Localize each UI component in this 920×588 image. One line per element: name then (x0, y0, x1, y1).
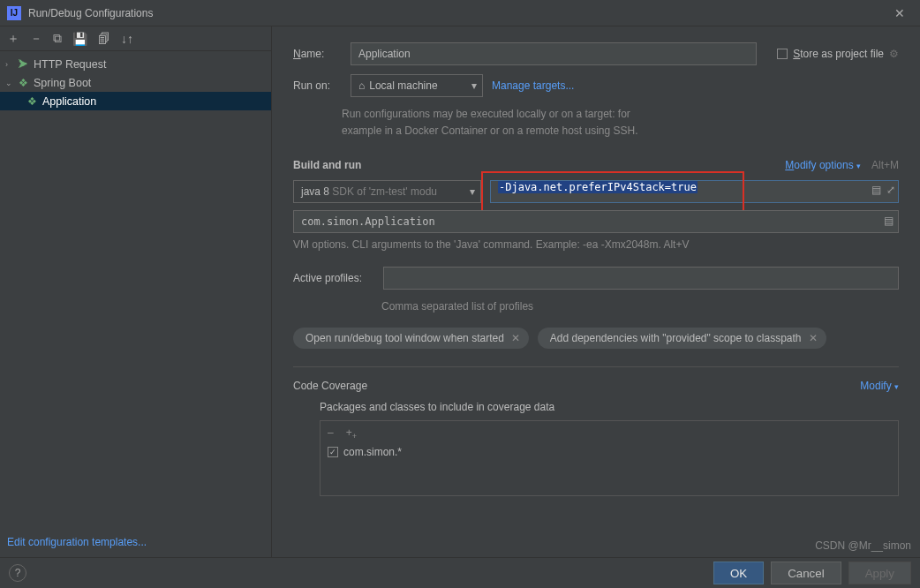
chip-remove-icon[interactable]: ✕ (809, 332, 818, 344)
spring-boot-icon: ❖ (25, 95, 39, 108)
runon-hint: example in a Docker Container or on a re… (342, 123, 899, 139)
modify-options-link[interactable]: Modify options ▾ (785, 159, 861, 171)
vm-options-hint: VM options. CLI arguments to the 'Java' … (293, 237, 899, 253)
coverage-remove-button[interactable]: – (328, 426, 334, 441)
remove-button[interactable]: － (30, 31, 42, 47)
chevron-down-icon: ⌄ (5, 79, 16, 87)
vm-options-text: -Djava.net.preferIPv4Stack=true (498, 181, 698, 193)
help-button[interactable]: ? (9, 564, 26, 582)
profiles-hint: Comma separated list of profiles (381, 298, 899, 315)
store-label: Store as project file (793, 48, 884, 60)
config-tree: › ⮞ HTTP Request ⌄ ❖ Spring Boot ❖ Appli… (0, 51, 271, 527)
profiles-input[interactable] (383, 267, 899, 290)
expand-icon[interactable]: ⤢ (886, 184, 895, 196)
option-chip-open-tool-window[interactable]: Open run/debug tool window when started … (293, 328, 529, 349)
chip-label: Open run/debug tool window when started (305, 332, 504, 344)
store-checkbox[interactable] (777, 49, 788, 59)
jdk-select[interactable]: java 8 SDK of 'zm-test' modu (293, 180, 481, 203)
tree-label: Application (42, 95, 96, 108)
sidebar: ＋ － ⧉ 💾 🗐 ↓↑ › ⮞ HTTP Request ⌄ ❖ Spring… (0, 26, 272, 557)
coverage-checkbox[interactable]: ✓ (328, 447, 338, 457)
http-request-icon: ⮞ (16, 58, 30, 71)
name-input[interactable] (351, 42, 757, 65)
tree-node-application[interactable]: ❖ Application (0, 92, 271, 110)
runon-hint: Run configurations may be executed local… (342, 106, 899, 123)
chip-remove-icon[interactable]: ✕ (511, 332, 520, 344)
home-icon: ⌂ (358, 79, 365, 92)
form-panel: Name: Store as project file ⚙ Run on: ⌂ … (272, 26, 920, 557)
tree-node-http[interactable]: › ⮞ HTTP Request (0, 55, 271, 73)
name-label: Name: (293, 48, 342, 60)
ok-button[interactable]: OK (713, 562, 764, 584)
runon-select[interactable]: ⌂ Local machine (351, 74, 483, 97)
spring-boot-icon: ❖ (16, 77, 30, 89)
vm-options-input[interactable]: -Djava.net.preferIPv4Stack=true (490, 180, 899, 203)
copy-button[interactable]: ⧉ (53, 31, 62, 46)
save-button[interactable]: 💾 (72, 32, 87, 46)
jdk-label: java 8 SDK of 'zm-test' modu (301, 185, 437, 198)
close-icon[interactable]: ✕ (886, 6, 913, 20)
window-title: Run/Debug Configurations (28, 7, 886, 19)
coverage-packages-label: Packages and classes to include in cover… (320, 401, 899, 413)
config-toolbar: ＋ － ⧉ 💾 🗐 ↓↑ (0, 26, 271, 51)
chip-label: Add dependencies with "provided" scope t… (550, 332, 802, 344)
sort-button[interactable]: ↓↑ (121, 32, 133, 46)
runon-label: Run on: (293, 79, 342, 92)
coverage-add-button[interactable]: ++ (346, 426, 357, 441)
edit-templates-link[interactable]: Edit configuration templates... (0, 527, 271, 557)
watermark: CSDN @Mr__simon (815, 539, 911, 552)
profiles-label: Active profiles: (293, 272, 374, 284)
coverage-entry-label: com.simon.* (343, 446, 402, 458)
tree-label: HTTP Request (34, 58, 106, 71)
cancel-button[interactable]: Cancel (771, 562, 841, 584)
coverage-list: – ++ ✓ com.simon.* (320, 420, 899, 496)
runon-value: Local machine (369, 79, 437, 92)
main-class-input[interactable] (293, 210, 899, 233)
add-button[interactable]: ＋ (7, 31, 19, 47)
app-icon: IJ (7, 6, 21, 20)
list-icon[interactable]: ▤ (884, 215, 894, 227)
tree-label: Spring Boot (34, 77, 91, 89)
tree-node-spring[interactable]: ⌄ ❖ Spring Boot (0, 73, 271, 92)
option-chip-provided-scope[interactable]: Add dependencies with "provided" scope t… (538, 328, 826, 349)
folder-button[interactable]: 🗐 (98, 32, 110, 46)
history-icon[interactable]: ▤ (871, 184, 881, 196)
title-bar: IJ Run/Debug Configurations ✕ (0, 0, 920, 26)
gear-icon[interactable]: ⚙ (889, 48, 899, 60)
manage-targets-link[interactable]: Manage targets... (492, 79, 574, 92)
coverage-heading: Code Coverage (293, 380, 367, 392)
shortcut-hint: Alt+M (871, 159, 899, 171)
coverage-entry[interactable]: ✓ com.simon.* (328, 446, 891, 458)
dialog-footer: ? OK Cancel Apply (0, 557, 920, 588)
apply-button[interactable]: Apply (848, 562, 911, 584)
build-run-heading: Build and run (293, 159, 361, 171)
chevron-right-icon: › (5, 60, 16, 69)
coverage-modify-link[interactable]: Modify ▾ (860, 380, 899, 392)
